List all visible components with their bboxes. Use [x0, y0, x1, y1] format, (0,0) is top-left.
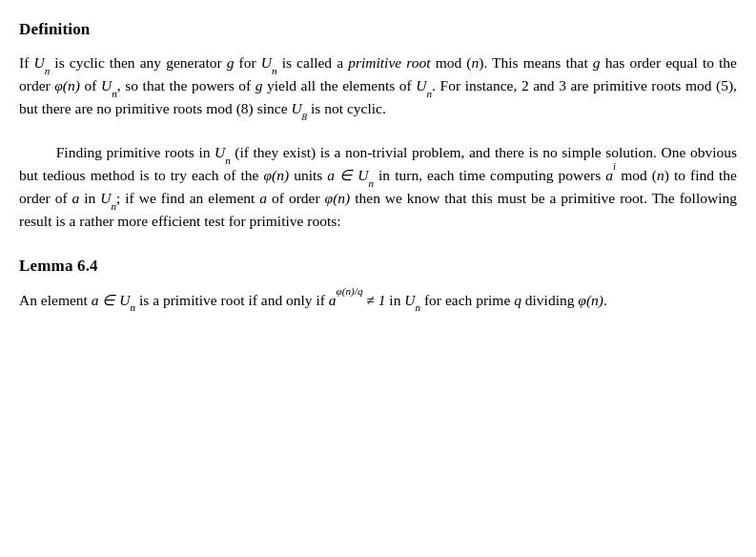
definition-heading: Definition — [19, 17, 737, 42]
lemma-section: Lemma 6.4 An element a ∈ Un is a primiti… — [19, 254, 737, 311]
definition-paragraph-2: Finding primitive roots in Un (if they e… — [19, 141, 737, 233]
lemma-paragraph: An element a ∈ Un is a primitive root if… — [19, 289, 737, 312]
lemma-heading: Lemma 6.4 — [19, 254, 737, 278]
definition-section: Definition If Un is cyclic then any gene… — [19, 17, 737, 254]
spacer-2 — [19, 233, 737, 254]
definition-paragraph-1: If Un is cyclic then any generator g for… — [19, 52, 737, 120]
spacer-1 — [19, 120, 737, 141]
